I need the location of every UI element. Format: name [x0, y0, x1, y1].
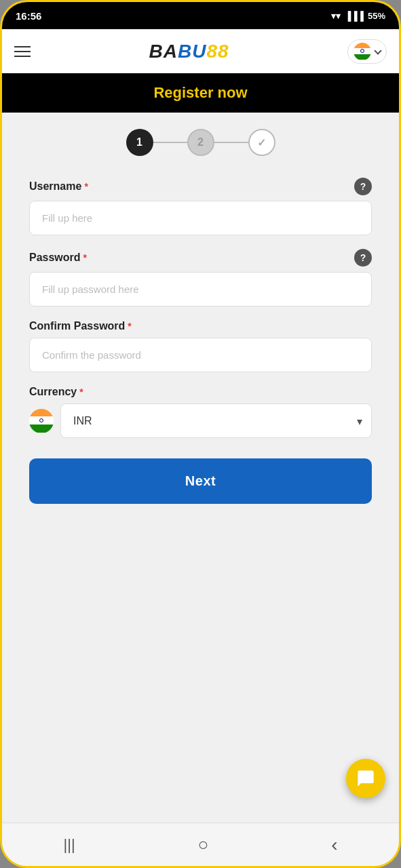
step-done: ✓	[248, 129, 275, 156]
chat-icon	[356, 769, 375, 788]
language-selector[interactable]	[347, 39, 387, 64]
currency-select[interactable]: INR USD EUR	[60, 403, 372, 438]
password-required: *	[83, 252, 87, 263]
username-required: *	[84, 181, 88, 192]
status-icons: ▾▾ ▐▐▐ 55%	[331, 11, 385, 21]
username-label: Username	[29, 180, 81, 193]
confirm-password-label: Confirm Password	[29, 320, 125, 332]
currency-required: *	[79, 387, 83, 397]
battery-display: 55%	[368, 11, 385, 21]
step-2: 2	[187, 129, 214, 156]
username-help-icon[interactable]: ?	[354, 178, 372, 195]
step-line-1	[153, 142, 187, 143]
password-group: Password * ?	[29, 249, 372, 307]
status-bar: 16:56 ▾▾ ▐▐▐ 55%	[2, 2, 399, 29]
phone-frame: 16:56 ▾▾ ▐▐▐ 55% BABU88 Register now	[0, 0, 401, 868]
username-label-row: Username * ?	[29, 178, 372, 195]
register-title: Register now	[13, 84, 388, 102]
wifi-icon: ▾▾	[331, 11, 341, 21]
confirm-password-input[interactable]	[29, 338, 372, 372]
currency-group: Currency * INR USD EUR ▾	[29, 386, 372, 438]
currency-label-row: Currency *	[29, 386, 372, 398]
username-input[interactable]	[29, 201, 372, 235]
chat-fab-button[interactable]	[346, 759, 385, 798]
top-nav: BABU88	[2, 29, 399, 73]
next-button[interactable]: Next	[29, 458, 372, 504]
home-nav-icon[interactable]: ○	[198, 834, 209, 855]
currency-select-wrapper: INR USD EUR ▾	[60, 403, 372, 438]
main-content: 1 2 ✓ Username * ?	[2, 113, 399, 823]
stepper: 1 2 ✓	[29, 129, 372, 156]
logo: BABU88	[149, 41, 229, 62]
currency-flag-icon	[29, 409, 54, 433]
confirm-password-required: *	[128, 321, 131, 332]
india-flag-icon	[354, 43, 371, 60]
currency-row: INR USD EUR ▾	[29, 403, 372, 438]
username-group: Username * ?	[29, 178, 372, 235]
step-1: 1	[126, 129, 153, 156]
back-nav-icon[interactable]: ‹	[331, 834, 337, 856]
time-display: 16:56	[16, 10, 41, 22]
hamburger-menu[interactable]	[14, 46, 31, 57]
register-banner: Register now	[2, 73, 399, 113]
checkmark-icon: ✓	[257, 136, 266, 149]
chevron-down-icon	[374, 47, 381, 54]
confirm-password-label-row: Confirm Password *	[29, 320, 372, 332]
currency-label: Currency	[29, 386, 77, 398]
step-line-2	[214, 142, 248, 143]
signal-icon: ▐▐▐	[345, 11, 364, 21]
password-help-icon[interactable]: ?	[354, 249, 372, 267]
confirm-password-group: Confirm Password *	[29, 320, 372, 372]
password-input[interactable]	[29, 272, 372, 307]
menu-nav-icon[interactable]: |||	[63, 836, 75, 854]
password-label: Password	[29, 252, 81, 264]
bottom-nav: ||| ○ ‹	[2, 823, 399, 866]
password-label-row: Password * ?	[29, 249, 372, 267]
